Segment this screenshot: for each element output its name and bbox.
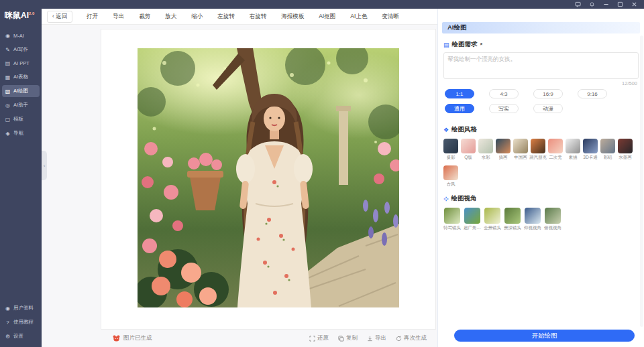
view-option[interactable]: 全景镜头 <box>484 208 501 231</box>
style-thumbnail <box>443 139 458 153</box>
sidebar-item[interactable]: ◉ M-AI <box>2 30 40 42</box>
sidebar-item[interactable]: ◈ 导航 <box>2 127 40 139</box>
style-option[interactable]: 3D卡通 <box>583 139 598 161</box>
sidebar-item[interactable]: ▢ 模板 <box>2 113 40 125</box>
style-option[interactable]: Q版 <box>461 139 476 161</box>
ratio-pill[interactable]: 1:1 <box>445 89 474 98</box>
view-label: 超广角镜... <box>464 225 481 231</box>
view-option[interactable]: 仰视视角 <box>524 208 541 231</box>
toolbar-item[interactable]: 打开 <box>79 13 105 21</box>
view-thumbnail <box>464 208 480 224</box>
view-thumbnail <box>484 208 500 224</box>
style-option[interactable]: 插画 <box>496 139 511 161</box>
toolbar-item[interactable]: 放大 <box>158 13 184 21</box>
generated-image[interactable] <box>138 48 399 307</box>
style-option[interactable]: 中国画 <box>513 139 528 161</box>
style-label: 水彩 <box>482 155 490 161</box>
sidebar-item-label: AI表格 <box>13 74 28 80</box>
mode-pill[interactable]: 动漫 <box>533 104 563 113</box>
sidebar-item-label: AI助手 <box>13 102 28 109</box>
panel-footer: 开始绘图 <box>438 325 644 347</box>
view-option[interactable]: 景深镜头 <box>504 208 521 231</box>
toolbar-item[interactable]: 导出 <box>105 13 131 21</box>
view-option[interactable]: 俯视视角 <box>544 208 561 231</box>
sidebar-item-icon: ▢ <box>5 117 11 123</box>
sidebar-item[interactable]: ▦ AI表格 <box>2 71 40 83</box>
regenerate-button[interactable]: 再次生成 <box>396 334 427 342</box>
style-thumbnail <box>478 139 493 153</box>
style-thumbnail <box>618 139 633 153</box>
bell-icon[interactable] <box>589 1 595 7</box>
close-icon[interactable] <box>631 1 637 7</box>
app-logo: 咪鼠AI2.0 <box>0 9 42 28</box>
ratio-row: 1:1 4:3 16:9 9:16 <box>438 89 644 98</box>
toolbar-item[interactable]: 裁剪 <box>131 13 158 21</box>
ratio-pill[interactable]: 4:3 <box>489 89 519 98</box>
sidebar-item[interactable]: ▤ AI PPT <box>2 58 40 69</box>
sidebar-footer-item[interactable]: ? 使用教程 <box>2 316 40 328</box>
style-thumbnail <box>600 139 615 153</box>
ratio-pill[interactable]: 9:16 <box>578 89 607 98</box>
view-thumbnail <box>444 208 460 224</box>
sidebar-item[interactable]: ✎ AI写作 <box>2 44 40 56</box>
toolbar-item[interactable]: 海报模板 <box>274 13 311 21</box>
style-grid: 摄影 Q版 水彩 插画 <box>438 137 644 188</box>
fit-reset-button[interactable]: 还原 <box>309 334 329 342</box>
style-label: 3D卡通 <box>583 155 597 161</box>
status-text: 图片已生成 <box>123 334 152 342</box>
prompt-input[interactable]: 帮我绘制一个漂亮的女孩。 <box>443 52 639 79</box>
style-label: 古风 <box>447 182 455 188</box>
toolbar-item[interactable]: 缩小 <box>184 13 210 21</box>
style-label: 二次元 <box>549 155 562 161</box>
sidebar-nav: ◉ M-AI ✎ AI写作 ▤ AI PPT ▦ <box>0 28 42 141</box>
feedback-icon[interactable] <box>575 1 581 7</box>
toolbar-item[interactable]: 右旋转 <box>242 13 274 21</box>
style-thumbnail <box>531 139 545 153</box>
style-section-label: ❖ 绘图风格 <box>443 125 639 134</box>
style-option[interactable]: 二次元 <box>548 139 563 161</box>
style-option[interactable]: 摄影 <box>443 139 458 161</box>
view-option[interactable]: 超广角镜... <box>464 208 481 231</box>
sidebar-footer-label: 用户资料 <box>13 305 34 311</box>
mode-row: 通用 写实 动漫 <box>438 104 644 113</box>
view-option[interactable]: 特写镜头 <box>443 208 461 231</box>
minimize-icon[interactable] <box>603 1 609 7</box>
export-button[interactable]: 导出 <box>367 334 386 342</box>
start-drawing-button[interactable]: 开始绘图 <box>454 330 635 342</box>
mode-pill[interactable]: 通用 <box>445 104 474 113</box>
toolbar-item[interactable]: AI上色 <box>343 13 374 21</box>
drawer-toggle[interactable]: ‹ <box>42 151 47 180</box>
toolbar-item[interactable]: 左旋转 <box>210 13 242 21</box>
style-label: 中国画 <box>514 155 527 161</box>
style-option[interactable]: 蒸汽朋克 <box>531 139 545 161</box>
sidebar-item-icon: ▧ <box>5 88 11 94</box>
style-option[interactable]: 彩铅 <box>600 139 615 161</box>
style-option[interactable]: 素描 <box>566 139 580 161</box>
toolbar-item[interactable]: AI抠图 <box>311 13 343 21</box>
style-thumbnail <box>566 139 580 153</box>
maximize-icon[interactable] <box>617 1 623 7</box>
view-thumbnail <box>525 208 541 224</box>
sidebar-item[interactable]: ◎ AI助手 <box>2 99 40 111</box>
sidebar-item[interactable]: ▧ AI绘图 <box>2 85 40 97</box>
style-label: 水墨画 <box>619 155 632 161</box>
back-button[interactable]: ‹ 返回 <box>47 11 72 23</box>
sidebar-footer-icon: ◉ <box>5 305 11 311</box>
ratio-pill[interactable]: 16:9 <box>533 89 563 98</box>
sidebar-item-icon: ◎ <box>5 102 11 109</box>
sidebar-item-label: 导航 <box>13 130 23 137</box>
style-option[interactable]: 水彩 <box>478 139 493 161</box>
sidebar-footer-item[interactable]: ⚙ 设置 <box>2 330 40 342</box>
sidebar-footer-item[interactable]: ◉ 用户资料 <box>2 302 40 314</box>
style-option[interactable]: 水墨画 <box>618 139 633 161</box>
toolbar-item[interactable]: 变清晰 <box>374 13 407 21</box>
style-option[interactable]: 古风 <box>443 165 458 188</box>
prompt-section-label: ▤ 绘图需求 * <box>443 40 639 49</box>
panel-scrollbar[interactable] <box>640 36 643 327</box>
style-label: 彩铅 <box>604 155 612 161</box>
mode-pill[interactable]: 写实 <box>489 104 519 113</box>
copy-button[interactable]: 复制 <box>338 334 358 342</box>
sidebar-item-label: M-AI <box>13 33 24 39</box>
style-thumbnail <box>461 139 476 153</box>
view-thumbnail <box>545 208 561 224</box>
